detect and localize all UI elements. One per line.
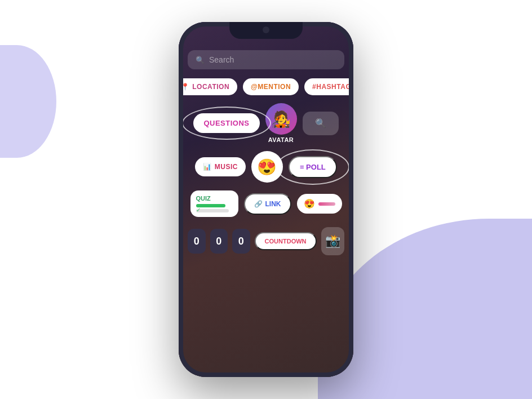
quiz-check-icon: ✓ <box>196 207 201 213</box>
search-sticker[interactable]: 🔍 <box>303 112 339 135</box>
link-sticker[interactable]: 🔗 LINK <box>244 193 291 215</box>
notch-camera <box>263 26 269 33</box>
sticker-row-5: 0 0 0 COUNTDOWN 📸 <box>188 227 344 255</box>
link-icon: 🔗 <box>254 200 263 208</box>
quiz-bar-secondary <box>196 209 229 212</box>
sticker-row-3: 📊 MUSIC 😍 ≡ POLL <box>188 151 344 183</box>
notch <box>229 22 303 39</box>
sticker-row-1: 📍 LOCATION @MENTION #HASHTAG <box>188 78 344 95</box>
phone-wrapper: 🔍 Search 📍 LOCATION @MENTION #HASHTAG <box>179 22 353 377</box>
search-bar[interactable]: 🔍 Search <box>188 50 344 69</box>
poll-icon: ≡ <box>300 163 306 171</box>
questions-sticker[interactable]: QUESTIONS <box>193 113 259 133</box>
mention-label: @MENTION <box>251 83 291 91</box>
digit-sticker-1: 0 <box>188 229 206 254</box>
photo-sticker[interactable]: 📸 <box>321 227 344 255</box>
digit-2-label: 0 <box>216 236 221 247</box>
hashtag-sticker[interactable]: #HASHTAG <box>304 78 353 95</box>
poll-sticker[interactable]: ≡ POLL <box>289 156 337 178</box>
search-sticker-icon: 🔍 <box>315 118 326 128</box>
sticker-row-4: QUIZ ✓ 🔗 LINK 😍 <box>188 190 344 217</box>
search-placeholder: Search <box>209 55 234 64</box>
countdown-label: COUNTDOWN <box>265 238 307 245</box>
photo-icon: 📸 <box>325 234 340 249</box>
avatar-label: AVATAR <box>268 136 294 143</box>
emoji-face-sticker[interactable]: 😍 <box>251 151 283 183</box>
quiz-sticker[interactable]: QUIZ ✓ <box>190 190 238 217</box>
music-sticker[interactable]: 📊 MUSIC <box>195 157 246 176</box>
poll-label: POLL <box>306 163 326 171</box>
location-label: LOCATION <box>192 83 229 91</box>
mention-sticker[interactable]: @MENTION <box>243 78 299 95</box>
digit-1-label: 0 <box>194 236 200 247</box>
sticker-row-2: QUESTIONS 🧑‍🎤 AVATAR 🔍 <box>188 103 344 143</box>
link-label: LINK <box>265 200 281 208</box>
phone-screen: 🔍 Search 📍 LOCATION @MENTION #HASHTAG <box>179 22 353 377</box>
stickers-grid: 📍 LOCATION @MENTION #HASHTAG <box>179 78 353 255</box>
digit-3-label: 0 <box>238 236 244 247</box>
quiz-bar: ✓ <box>196 204 225 207</box>
location-sticker[interactable]: 📍 LOCATION <box>179 78 237 95</box>
digit-sticker-2: 0 <box>210 229 228 254</box>
hashtag-label: #HASHTAG <box>312 83 351 91</box>
location-icon: 📍 <box>181 83 190 91</box>
emoji-face-icon: 😍 <box>257 158 277 176</box>
countdown-sticker[interactable]: COUNTDOWN <box>255 232 317 250</box>
search-icon: 🔍 <box>196 56 205 64</box>
avatar-sticker[interactable]: 🧑‍🎤 AVATAR <box>265 103 297 143</box>
emoji-slider-bar <box>318 202 335 206</box>
avatar-circle: 🧑‍🎤 <box>265 103 297 135</box>
poll-container: ≡ POLL <box>289 156 337 178</box>
phone: 🔍 Search 📍 LOCATION @MENTION #HASHTAG <box>179 22 353 377</box>
emoji-slider-sticker[interactable]: 😍 <box>297 194 342 214</box>
questions-label: QUESTIONS <box>203 119 249 127</box>
quiz-label: QUIZ <box>196 195 233 202</box>
music-icon: 📊 <box>203 163 212 171</box>
questions-container: QUESTIONS <box>193 113 259 133</box>
music-label: MUSIC <box>215 163 238 171</box>
emoji-slider-icon: 😍 <box>304 198 315 209</box>
digit-sticker-3: 0 <box>232 229 250 254</box>
